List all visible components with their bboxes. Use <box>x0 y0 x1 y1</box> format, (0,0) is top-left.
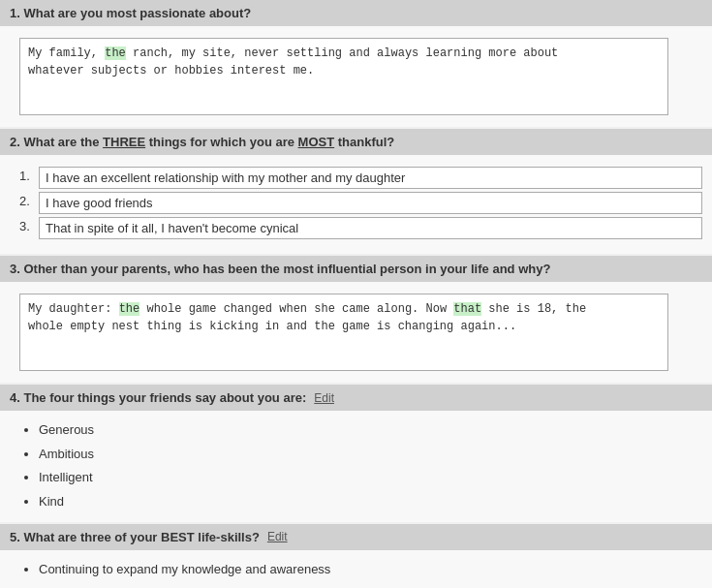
list-item: Ambitious <box>39 443 702 467</box>
list-item-text: Generous <box>39 422 94 437</box>
list-item-1-answer: I have an excellent relationship with my… <box>39 167 702 189</box>
list-item-2-answer: I have good friends <box>39 192 702 214</box>
question-2-content: 1. I have an excellent relationship with… <box>0 155 712 254</box>
list-item: Kind <box>39 490 702 514</box>
question-4-header: 4. The four things your friends say abou… <box>0 385 712 411</box>
list-item: Continuing to expand my knowledge and aw… <box>39 558 702 582</box>
question-1-header: 1. What are you most passionate about? <box>0 0 712 26</box>
question-5-content: Continuing to expand my knowledge and aw… <box>0 550 712 588</box>
list-item-text: Continuing to expand my knowledge and aw… <box>39 562 330 576</box>
question-5-block: 5. What are three of your BEST life-skil… <box>0 524 712 588</box>
highlight: that <box>453 302 481 316</box>
list-item-3-answer: That in spite of it all, I haven't becom… <box>39 217 702 239</box>
list-item: 3. That in spite of it all, I haven't be… <box>19 217 702 239</box>
list-item-text: Kind <box>39 494 64 509</box>
list-item-text: Ambitious <box>39 447 94 461</box>
list-number: 3. <box>19 217 39 239</box>
question-3-header: 3. Other than your parents, who has been… <box>0 256 712 282</box>
question-3-block: 3. Other than your parents, who has been… <box>0 256 712 383</box>
page: 1. What are you most passionate about? M… <box>0 0 712 588</box>
question-5-list: Continuing to expand my knowledge and aw… <box>19 558 702 588</box>
question-3-answer: My daughter: the whole game changed when… <box>19 294 668 371</box>
list-item: 2. I have good friends <box>19 192 702 214</box>
list-item: 1. I have an excellent relationship with… <box>19 167 702 189</box>
question-4-block: 4. The four things your friends say abou… <box>0 385 712 522</box>
question-1-label: 1. What are you most passionate about? <box>10 6 251 20</box>
list-number: 1. <box>19 167 39 189</box>
list-item-text: Intelligent <box>39 470 93 484</box>
list-number: 2. <box>19 192 39 214</box>
highlight: the <box>119 302 140 316</box>
question-2-list: 1. I have an excellent relationship with… <box>19 163 702 246</box>
question-1-content: My family, the ranch, my site, never set… <box>0 26 712 127</box>
highlight: the <box>105 46 126 60</box>
question-2-block: 2. What are the THREE things for which y… <box>0 129 712 254</box>
list-item: Finding and taking on challenging activi… <box>39 581 702 588</box>
question-3-content: My daughter: the whole game changed when… <box>0 282 712 383</box>
question-1-answer: My family, the ranch, my site, never set… <box>19 38 668 115</box>
question-4-list: Generous Ambitious Intelligent Kind <box>19 418 702 514</box>
question-4-edit-link[interactable]: Edit <box>314 391 334 405</box>
question-5-header: 5. What are three of your BEST life-skil… <box>0 524 712 550</box>
question-5-edit-link[interactable]: Edit <box>267 530 288 543</box>
question-2-header: 2. What are the THREE things for which y… <box>0 129 712 155</box>
list-item: Generous <box>39 418 702 443</box>
list-item: Intelligent <box>39 466 702 490</box>
question-4-content: Generous Ambitious Intelligent Kind <box>0 411 712 522</box>
question-3-label: 3. Other than your parents, who has been… <box>10 262 550 276</box>
question-1-block: 1. What are you most passionate about? M… <box>0 0 712 127</box>
question-4-label: 4. The four things your friends say abou… <box>10 390 306 405</box>
question-2-label: 2. What are the THREE things for which y… <box>10 135 394 149</box>
question-5-label: 5. What are three of your BEST life-skil… <box>10 530 260 544</box>
